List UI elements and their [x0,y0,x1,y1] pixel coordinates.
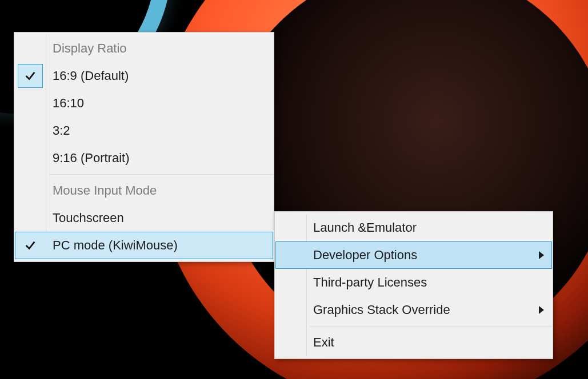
menu-item-label: 16:10 [53,96,84,111]
menu-item-ratio-16-10[interactable]: 16:10 [15,90,273,117]
menu-item-label: 16:9 (Default) [53,68,129,83]
check-icon [18,233,43,257]
main-context-menu: Launch &Emulator Developer Options Third… [274,211,553,359]
menu-item-ratio-9-16[interactable]: 9:16 (Portrait) [15,144,273,172]
submenu-arrow-icon [539,306,544,314]
submenu-arrow-icon [539,251,544,259]
menu-item-label: 9:16 (Portrait) [53,151,130,166]
menu-item-label: Third-party Licenses [313,275,427,290]
menu-item-label: Graphics Stack Override [313,303,450,317]
check-icon [18,64,43,88]
menu-item-developer-options[interactable]: Developer Options [275,241,552,269]
menu-item-label: PC mode (KiwiMouse) [53,238,178,253]
menu-item-label: Touchscreen [53,211,124,225]
menu-item-label: Developer Options [313,248,417,263]
menu-item-mouse-touchscreen[interactable]: Touchscreen [15,204,273,232]
menu-item-launch-emulator[interactable]: Launch &Emulator [275,214,552,241]
submenu-header-mouse-mode: Mouse Input Mode [15,177,273,204]
menu-item-label: Launch &Emulator [313,220,417,235]
menu-item-third-party-licenses[interactable]: Third-party Licenses [275,269,552,296]
menu-item-label: Exit [313,335,334,350]
submenu-header-label: Display Ratio [53,41,127,56]
menu-item-label: 3:2 [53,123,70,138]
developer-options-submenu: Display Ratio 16:9 (Default) 16:10 3:2 9… [14,32,274,262]
menu-separator [49,174,273,175]
menu-item-graphics-stack-override[interactable]: Graphics Stack Override [275,296,552,324]
menu-item-ratio-16-9[interactable]: 16:9 (Default) [15,62,273,90]
menu-item-ratio-3-2[interactable]: 3:2 [15,117,273,144]
menu-item-exit[interactable]: Exit [275,329,552,356]
menu-separator [310,326,552,326]
submenu-header-label: Mouse Input Mode [53,183,157,198]
submenu-header-display-ratio: Display Ratio [15,35,273,62]
menu-item-mouse-pc-mode[interactable]: PC mode (KiwiMouse) [15,232,273,259]
